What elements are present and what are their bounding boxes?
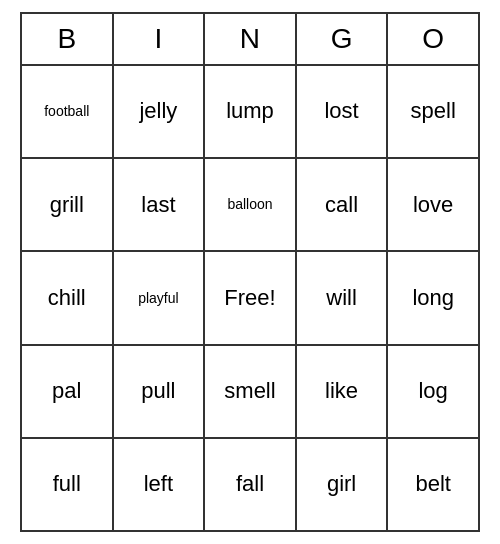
cell-text-4-1: left (144, 471, 173, 497)
bingo-cell-4-1: left (114, 439, 206, 530)
bingo-cell-0-3: lost (297, 66, 389, 157)
cell-text-3-0: pal (52, 378, 81, 404)
bingo-cell-0-0: football (22, 66, 114, 157)
bingo-cell-0-1: jelly (114, 66, 206, 157)
cell-text-4-2: fall (236, 471, 264, 497)
cell-text-2-0: chill (48, 285, 86, 311)
cell-text-0-2: lump (226, 98, 274, 124)
bingo-cell-4-3: girl (297, 439, 389, 530)
cell-text-3-3: like (325, 378, 358, 404)
bingo-cell-2-1: playful (114, 252, 206, 343)
cell-text-0-4: spell (411, 98, 456, 124)
cell-text-2-3: will (326, 285, 357, 311)
cell-text-1-1: last (141, 192, 175, 218)
bingo-cell-3-2: smell (205, 346, 297, 437)
bingo-cell-0-4: spell (388, 66, 478, 157)
bingo-header: BINGO (22, 14, 478, 66)
bingo-cell-0-2: lump (205, 66, 297, 157)
bingo-cell-2-2: Free! (205, 252, 297, 343)
cell-text-1-4: love (413, 192, 453, 218)
bingo-grid: footballjellylumplostspellgrilllastballo… (22, 66, 478, 530)
bingo-cell-2-4: long (388, 252, 478, 343)
cell-text-1-3: call (325, 192, 358, 218)
bingo-cell-1-3: call (297, 159, 389, 250)
bingo-cell-2-3: will (297, 252, 389, 343)
bingo-row-0: footballjellylumplostspell (22, 66, 478, 159)
header-letter-G: G (297, 14, 389, 64)
header-letter-O: O (388, 14, 478, 64)
bingo-row-2: chillplayfulFree!willlong (22, 252, 478, 345)
cell-text-4-4: belt (415, 471, 450, 497)
cell-text-3-1: pull (141, 378, 175, 404)
bingo-cell-3-4: log (388, 346, 478, 437)
bingo-cell-3-1: pull (114, 346, 206, 437)
bingo-cell-4-0: full (22, 439, 114, 530)
bingo-cell-3-0: pal (22, 346, 114, 437)
bingo-cell-1-2: balloon (205, 159, 297, 250)
bingo-cell-4-4: belt (388, 439, 478, 530)
bingo-row-4: fullleftfallgirlbelt (22, 439, 478, 530)
cell-text-0-1: jelly (139, 98, 177, 124)
cell-text-2-4: long (412, 285, 454, 311)
cell-text-1-0: grill (50, 192, 84, 218)
cell-text-4-3: girl (327, 471, 356, 497)
bingo-row-3: palpullsmelllikelog (22, 346, 478, 439)
cell-text-0-0: football (44, 103, 89, 120)
cell-text-1-2: balloon (227, 196, 272, 213)
cell-text-2-1: playful (138, 290, 178, 307)
bingo-cell-2-0: chill (22, 252, 114, 343)
bingo-row-1: grilllastballooncalllove (22, 159, 478, 252)
cell-text-0-3: lost (324, 98, 358, 124)
bingo-cell-4-2: fall (205, 439, 297, 530)
bingo-cell-1-0: grill (22, 159, 114, 250)
bingo-cell-3-3: like (297, 346, 389, 437)
cell-text-4-0: full (53, 471, 81, 497)
header-letter-N: N (205, 14, 297, 64)
bingo-cell-1-1: last (114, 159, 206, 250)
bingo-cell-1-4: love (388, 159, 478, 250)
header-letter-I: I (114, 14, 206, 64)
cell-text-3-4: log (418, 378, 447, 404)
cell-text-2-2: Free! (224, 285, 275, 311)
bingo-card: BINGO footballjellylumplostspellgrilllas… (20, 12, 480, 532)
cell-text-3-2: smell (224, 378, 275, 404)
header-letter-B: B (22, 14, 114, 64)
